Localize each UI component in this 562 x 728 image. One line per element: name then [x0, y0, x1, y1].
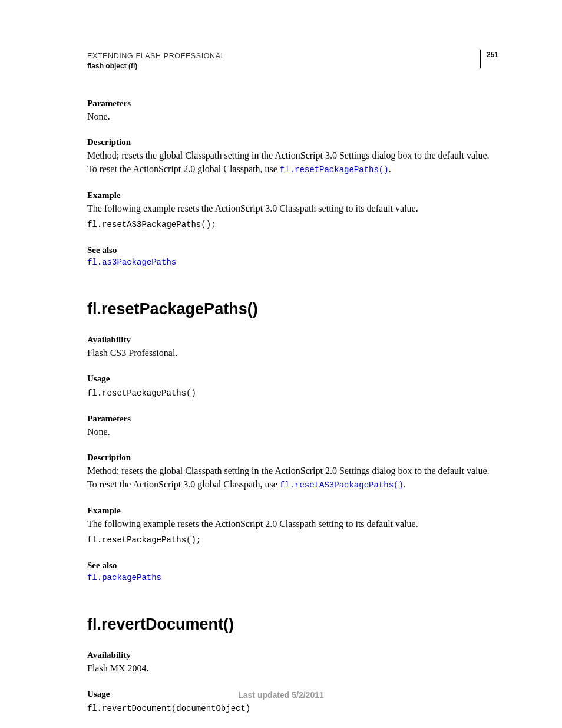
example-text: The following example resets the ActionS…	[87, 202, 497, 215]
link-package-paths[interactable]: fl.packagePaths	[87, 573, 497, 582]
parameters-text: None.	[87, 110, 497, 123]
footer-updated: Last updated 5/2/2011	[0, 690, 562, 700]
link-reset-as3-package-paths[interactable]: fl.resetAS3PackagePaths()	[280, 480, 404, 490]
link-reset-package-paths[interactable]: fl.resetPackagePaths()	[280, 165, 389, 174]
header-title: EXTENDING FLASH PROFESSIONAL	[87, 52, 497, 60]
usage-code: fl.revertDocument(documentObject)	[87, 703, 497, 715]
parameters-text: None.	[87, 425, 497, 439]
usage-code: fl.resetPackagePaths()	[87, 387, 497, 400]
section-revert-document: Availability Flash MX 2004. Usage fl.rev…	[87, 650, 497, 715]
heading-reset-package-paths: fl.resetPackagePaths()	[87, 300, 497, 318]
section-reset-as3: Parameters None. Description Method; res…	[87, 98, 497, 267]
availability-text: Flash MX 2004.	[87, 661, 497, 675]
availability-text: Flash CS3 Professional.	[87, 346, 497, 360]
page: EXTENDING FLASH PROFESSIONAL flash objec…	[0, 0, 562, 728]
availability-label: Availability	[87, 650, 497, 660]
header-subtitle: flash object (fl)	[87, 62, 497, 70]
page-header: EXTENDING FLASH PROFESSIONAL flash objec…	[87, 52, 497, 70]
availability-label: Availability	[87, 335, 497, 345]
description-text-b: .	[389, 164, 391, 174]
parameters-label: Parameters	[87, 414, 497, 424]
example-code: fl.resetAS3PackagePaths();	[87, 219, 497, 231]
seealso-label: See also	[87, 245, 497, 255]
heading-revert-document: fl.revertDocument()	[87, 615, 497, 634]
parameters-label: Parameters	[87, 98, 497, 108]
link-as3-package-paths[interactable]: fl.as3PackagePaths	[87, 258, 497, 267]
description-text-b: .	[404, 479, 406, 489]
description-text: Method; resets the global Classpath sett…	[87, 464, 497, 491]
section-reset-package-paths: Availability Flash CS3 Professional. Usa…	[87, 335, 497, 582]
example-text: The following example resets the ActionS…	[87, 517, 497, 531]
example-code: fl.resetPackagePaths();	[87, 534, 497, 546]
description-label: Description	[87, 137, 497, 147]
usage-label: Usage	[87, 374, 497, 384]
description-text: Method; resets the global Classpath sett…	[87, 149, 497, 176]
seealso-label: See also	[87, 561, 497, 571]
example-label: Example	[87, 506, 497, 516]
example-label: Example	[87, 190, 497, 200]
description-label: Description	[87, 453, 497, 463]
page-number: 251	[480, 50, 498, 68]
